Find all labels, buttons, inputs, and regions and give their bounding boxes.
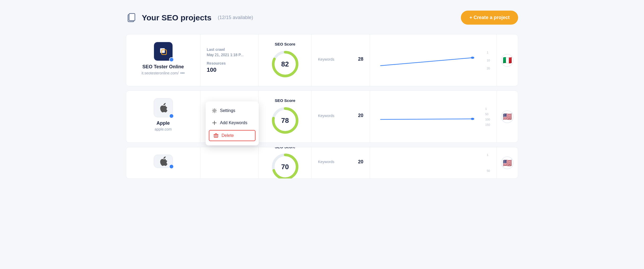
page-title: Your SEO projects xyxy=(142,13,211,22)
project-name-seo-tester: SEO Tester Online xyxy=(142,64,184,70)
projects-list: SEO Tester Online it.seotesteronline.com… xyxy=(126,34,518,179)
project-logo-seo-tester xyxy=(154,42,173,61)
project-logo-apple-2 xyxy=(154,155,173,168)
keywords-section-2: Keywords 20 xyxy=(312,91,370,142)
project-card-seo-tester: SEO Tester Online it.seotesteronline.com… xyxy=(126,34,518,86)
seo-score-label-3: SEO Score xyxy=(275,147,295,149)
score-number-2: 78 xyxy=(281,116,289,125)
project-info-seo-tester: SEO Tester Online it.seotesteronline.com… xyxy=(126,34,200,86)
svg-line-7 xyxy=(381,58,473,66)
chart-labels-1: 1 10 20 xyxy=(487,50,490,71)
page-availability: (12/15 available) xyxy=(218,15,253,20)
context-dropdown-menu: Settings Add Keywords xyxy=(206,101,259,145)
project-info-apple-2 xyxy=(126,147,200,178)
svg-point-8 xyxy=(471,57,474,59)
live-badge-apple xyxy=(169,114,174,118)
chart-section-1: 1 10 20 xyxy=(370,34,497,86)
delete-menu-item[interactable]: Delete xyxy=(209,130,255,141)
flag-circle-3: 🇺🇸 xyxy=(501,156,514,169)
resources-label-1: Resources xyxy=(207,61,252,65)
resources-value-1: 100 xyxy=(207,66,252,73)
trash-icon xyxy=(214,133,218,138)
crawl-section-apple-2 xyxy=(200,147,259,178)
live-badge-apple-2 xyxy=(169,164,174,169)
score-number-1: 82 xyxy=(281,60,289,68)
page-container: Your SEO projects (12/15 available) + Cr… xyxy=(110,0,534,189)
title-group: Your SEO projects (12/15 available) xyxy=(126,12,253,24)
score-number-3: 70 xyxy=(281,163,289,171)
dots-menu-seo-tester[interactable]: ••• xyxy=(180,71,185,75)
flag-section-2: 🇺🇸 xyxy=(497,91,518,142)
keywords-label-3: Keywords xyxy=(318,160,334,164)
add-keywords-menu-item[interactable]: Add Keywords xyxy=(206,117,259,129)
add-icon xyxy=(212,120,217,125)
seo-score-section-3: SEO Score 70 xyxy=(259,147,312,178)
keywords-label-2: Keywords xyxy=(318,114,334,118)
svg-rect-1 xyxy=(129,14,135,21)
mini-chart-3: 1 50 xyxy=(376,152,490,173)
score-circle-2: 78 xyxy=(271,106,300,135)
keywords-count-3: 20 xyxy=(358,159,363,165)
project-info-apple: Apple apple.com xyxy=(126,91,200,142)
flag-section-1: 🇮🇹 xyxy=(497,34,518,86)
chart-section-apple: 1 50 100 150 xyxy=(370,91,497,142)
keywords-section-1: Keywords 28 xyxy=(312,34,370,86)
svg-point-9 xyxy=(214,110,215,111)
create-project-button[interactable]: + Create a project xyxy=(461,11,518,25)
keywords-count-1: 28 xyxy=(358,56,363,62)
mini-chart-1: 1 10 20 xyxy=(376,50,490,71)
project-name-apple: Apple xyxy=(156,120,170,126)
page-header: Your SEO projects (12/15 available) + Cr… xyxy=(126,11,518,25)
seo-score-section-1: SEO Score 82 xyxy=(259,34,312,86)
seo-score-section-apple: SEO Score 78 xyxy=(259,91,312,142)
svg-line-18 xyxy=(381,119,473,119)
score-circle-3: 70 xyxy=(271,152,300,179)
project-logo-apple xyxy=(154,98,173,117)
crawl-section-seo-tester: Last crawl May 21, 2021 1:18 P... Resour… xyxy=(200,34,259,86)
flag-circle-2: 🇺🇸 xyxy=(501,110,514,123)
seo-score-label-2: SEO Score xyxy=(275,98,295,103)
chart-labels-2: 1 50 100 150 xyxy=(485,106,490,127)
keywords-label-1: Keywords xyxy=(318,57,334,61)
crawl-date-1: May 21, 2021 1:18 P... xyxy=(207,53,252,57)
svg-point-19 xyxy=(471,118,474,120)
seo-score-label-1: SEO Score xyxy=(275,42,295,46)
keywords-section-3: Keywords 20 xyxy=(312,147,370,178)
flag-circle-1: 🇮🇹 xyxy=(501,54,514,67)
projects-icon xyxy=(126,12,138,24)
svg-rect-3 xyxy=(160,48,165,53)
project-domain-apple: apple.com xyxy=(155,127,172,131)
chart-section-3: 1 50 xyxy=(370,147,497,178)
keywords-count-2: 20 xyxy=(358,113,363,118)
flag-section-3: 🇺🇸 xyxy=(497,147,518,178)
last-crawl-label-1: Last crawl xyxy=(207,47,252,52)
chart-labels-3: 1 50 xyxy=(487,152,490,173)
score-circle-1: 82 xyxy=(271,50,300,79)
settings-icon xyxy=(212,108,217,113)
settings-menu-item[interactable]: Settings xyxy=(206,105,259,117)
live-badge xyxy=(169,57,174,62)
project-domain-seo-tester: it.seotesteronline.com/ ••• xyxy=(142,71,185,75)
project-card-apple-2: SEO Score 70 Keywords 20 xyxy=(126,147,518,179)
project-card-apple: Apple apple.com Last crawl Jan 25, 2022 … xyxy=(126,91,518,143)
mini-chart-2: 1 50 100 150 xyxy=(376,106,490,127)
crawl-section-apple: Last crawl Jan 25, 2022 10:31 ... Resour… xyxy=(200,91,259,142)
